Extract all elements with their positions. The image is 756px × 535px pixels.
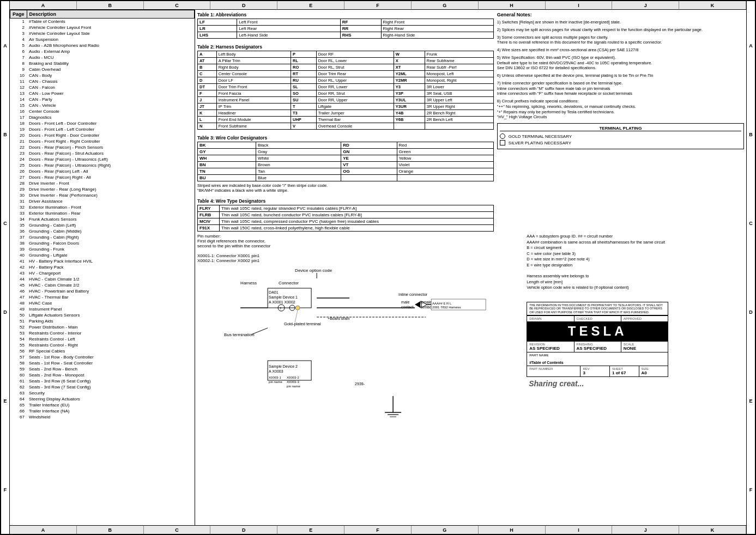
male-contact-label2: contact — [401, 305, 414, 309]
col-f: F — [344, 1, 412, 9]
notes-column: General Notes: 1) Switches [Relays] are … — [497, 12, 744, 232]
right-section-label-b: B — [749, 132, 753, 137]
table3-row: BUBlue — [198, 175, 494, 181]
table3-row: BKBlackRDRed — [198, 142, 494, 149]
color-cell: BU — [198, 175, 256, 181]
table3-row: GYGrayGNGreen — [198, 149, 494, 155]
toc-page-num: 62 — [10, 384, 27, 390]
table1-title: Table 1: Abbreviations — [197, 12, 494, 17]
table1-row: LRLeft RearRRRight Rear — [198, 26, 494, 32]
toc-row: 15CAN - Vehicle — [10, 102, 195, 108]
abbr-cell: Left Front — [237, 19, 340, 26]
bottom-col-b: B — [77, 526, 144, 534]
note-item: 3) Some connectors are split across mult… — [497, 35, 744, 46]
notes-title: General Notes: — [497, 12, 744, 17]
harness-cell: Center Console — [216, 71, 291, 77]
color-cell: GN — [341, 149, 397, 155]
toc-row: 7Audio - MCU — [10, 54, 195, 60]
toc-row: 11CAN - Chassis — [10, 78, 195, 84]
toc-row: 56RF Special Cables — [10, 348, 195, 354]
toc-page-num: 16 — [10, 108, 27, 114]
revision-row: REVISION AS SPECIFIED FINISHING AS SPECI… — [527, 341, 668, 352]
harness-cell: SL — [291, 84, 316, 90]
harness-cell: Door RR, Lower — [316, 84, 394, 90]
harness-cell: A Pillar Trim — [216, 58, 291, 64]
toc-description: Doors - Rear (Falcon) - Pinch Sensors — [27, 144, 194, 150]
connector1-label: T — [280, 307, 282, 310]
toc-row: 2#Vehicle Controller Layout Front — [10, 25, 195, 31]
toc-row: 14CAN - Party — [10, 96, 195, 102]
section-labels-right: A B C D E F — [746, 1, 755, 534]
warning-text: THE INFORMATION IN THIS DOCUMENT IS PROP… — [527, 302, 668, 316]
abbr-cell: Left-Hand Side — [237, 32, 340, 39]
toc-row: 37Grounding - Cabin (Right) — [10, 234, 195, 240]
toc-description: Braking and Stability — [27, 60, 194, 66]
abbr-cell: LHS — [198, 32, 237, 39]
harness-cell: 3R Upper Left — [425, 97, 493, 104]
harness-cell: Overhead Console — [316, 123, 394, 130]
c-label: C = wire color (see table 3) — [527, 251, 576, 256]
harness-cell: Monopost, Left — [425, 71, 493, 77]
harness-cell: T — [291, 104, 316, 110]
harness-cell: Y4B — [394, 110, 425, 117]
toc-row: 40Grounding - Liftgate — [10, 252, 195, 258]
toc-description: Audio - A2B Microphones and Radio — [27, 42, 194, 48]
harness-cell: Rear Subframe — [425, 58, 493, 64]
color-cell: OG — [341, 168, 397, 175]
harness-cell: Frunk — [425, 51, 493, 58]
table1-row: LFLeft FrontRFRight Front — [198, 19, 494, 26]
toc-description: Grounding - Falcon Doors — [27, 240, 194, 246]
toc-page-num: 55 — [10, 342, 27, 348]
device2-pins3: X0003-2 — [287, 376, 299, 379]
toc-page-num: 58 — [10, 360, 27, 366]
dimension-label: 2939- — [355, 382, 365, 386]
square-symbol — [500, 140, 505, 145]
color-cell — [397, 175, 493, 181]
toc-row: 47HVAC - Thermal Bar — [10, 294, 195, 300]
toc-description: CAN - Party — [27, 96, 194, 102]
toc-row: 28Drive Inverter - Front — [10, 180, 195, 186]
toc-page-num: 14 — [10, 96, 27, 102]
toc-page-num: 23 — [10, 150, 27, 156]
wire-spec1: +Board drain — [328, 317, 349, 320]
toc-page-num: 11 — [10, 78, 27, 84]
length-label: Length of wire [mm] — [527, 279, 563, 284]
toc-row: 16Center Console — [10, 108, 195, 114]
connector-example1: X0001-1: Connector X0001 pin1 — [197, 253, 259, 258]
toc-page-num: 4 — [10, 37, 27, 42]
connector-example2: X0002-1: Connector X0002 pin1 — [197, 258, 259, 263]
toc-row: 10CAN - Body — [10, 72, 195, 78]
toc-row: 57Seats - 1st Row - Body Controller — [10, 354, 195, 360]
toc-description: HVAC - Powertrain and Battery — [27, 288, 194, 294]
toc-table: Page Description 1#Table of Contents2#Ve… — [10, 10, 195, 420]
toc-row: 66Trailer Interface (NA) — [10, 408, 195, 414]
harness-cell: 2R Bench Left — [425, 117, 493, 123]
note-item: 5) Wire Specification: 60V, thin-wall PV… — [497, 55, 744, 71]
toc-page-num: 31 — [10, 198, 27, 204]
tables-left: Table 1: Abbreviations LFLeft FrontRFRig… — [197, 12, 494, 232]
toc-description: #Vehicle Controller Layout Side — [27, 31, 194, 37]
abbr-cell: RR — [340, 26, 381, 32]
toc-row: 58Seats - 1st Row - Seat Controller — [10, 360, 195, 366]
toc-page-num: 48 — [10, 300, 27, 306]
color-cell: Brown — [256, 162, 341, 168]
col-d: D — [210, 1, 277, 9]
toc-page-num: 49 — [10, 306, 27, 312]
toc-description: HVAC - Thermal Bar — [27, 294, 194, 300]
bottom-col-d: D — [210, 526, 277, 534]
toc-description: Windshield — [27, 414, 194, 420]
table2-row: DTDoor Trim FrontSLDoor RR, LowerY33R Lo… — [198, 84, 494, 90]
table2-row: JInstrument PanelSUDoor RR, UpperY3UL3R … — [198, 97, 494, 104]
right-section-label-f: F — [749, 487, 753, 493]
right-section-label-a: A — [749, 43, 753, 48]
note-item: 8) Circuit prefixes indicate special con… — [497, 99, 744, 120]
toc-description: Grounding - Cabin (Middle) — [27, 228, 194, 234]
harness-cell: Left Body — [216, 51, 291, 58]
bk-note: "BK/WH" indicates a black wire with a wh… — [197, 188, 494, 193]
toc-row: 64Steering Display Actuators — [10, 396, 195, 402]
harness-cell: J — [198, 97, 217, 104]
male-contact-label: male — [401, 300, 409, 304]
toc-description: Doors - Front Left - Left Controller — [27, 126, 194, 132]
checked-label: CHECKED — [577, 317, 619, 320]
device2-pins5: pin name — [287, 385, 300, 388]
